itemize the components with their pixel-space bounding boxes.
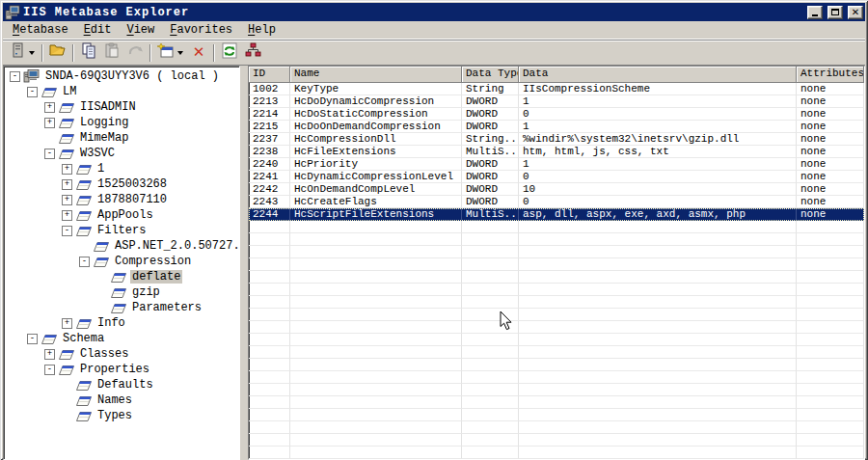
collapse-icon[interactable]: -: [62, 226, 72, 236]
key-icon: [93, 255, 110, 268]
column-header-attributes[interactable]: Attributes: [797, 67, 864, 83]
refresh-button[interactable]: [218, 42, 241, 64]
copy-button[interactable]: [77, 42, 100, 64]
expand-icon[interactable]: +: [62, 164, 72, 175]
menu-metabase[interactable]: Metabase: [5, 22, 76, 38]
tree-row: gzip: [6, 284, 239, 300]
close-icon: ✕: [852, 8, 859, 16]
collapse-icon[interactable]: -: [79, 257, 90, 267]
menu-view[interactable]: View: [119, 22, 162, 38]
collapse-icon[interactable]: -: [10, 71, 20, 82]
tree-item-info[interactable]: Info: [95, 316, 127, 330]
table-row-2214[interactable]: 2214HcDoStaticCompressionDWORD0none: [249, 108, 864, 121]
column-header-data_type[interactable]: Data Type: [462, 67, 519, 83]
empty-cell: [797, 421, 864, 434]
cell-name: HcDoOnDemandCompression: [290, 121, 462, 133]
column-header-name[interactable]: Name: [290, 67, 462, 83]
empty-cell: [249, 309, 290, 321]
view-hierarchy-button[interactable]: [241, 42, 264, 64]
toolbar-separator: [41, 44, 43, 62]
tree-item-snda-69q3uyy3v6-local[interactable]: SNDA-69Q3UYY3V6 ( local ): [43, 69, 221, 83]
tree-item-gzip[interactable]: gzip: [130, 285, 162, 299]
table-row-2238[interactable]: 2238HcFileExtensionsMultiS...htm, html, …: [249, 146, 864, 158]
delete-button[interactable]: ✕: [187, 42, 210, 64]
tree-item-compression[interactable]: Compression: [113, 255, 193, 268]
collapse-icon[interactable]: -: [44, 365, 55, 375]
expand-icon[interactable]: +: [62, 210, 72, 221]
expand-icon[interactable]: +: [44, 349, 55, 360]
paste-button[interactable]: [100, 42, 123, 64]
tree-item-apppools[interactable]: AppPools: [95, 208, 155, 222]
tree-item-schema[interactable]: Schema: [61, 332, 106, 345]
tree-item-1[interactable]: 1: [95, 162, 106, 176]
tree-item-1525003268[interactable]: 1525003268: [95, 177, 169, 191]
collapse-icon[interactable]: -: [27, 87, 38, 97]
connect-button[interactable]: [6, 42, 29, 64]
new-key-button[interactable]: [154, 42, 177, 64]
tree-item-filters[interactable]: Filters: [95, 224, 148, 237]
table-row-2244[interactable]: 2244HcScriptFileExtensionsMultiS...asp, …: [249, 208, 864, 221]
empty-cell: [519, 446, 797, 459]
tree-item-defaults[interactable]: Defaults: [95, 378, 155, 392]
open-button[interactable]: [46, 42, 69, 64]
table-row-2237[interactable]: 2237HcCompressionDllString...%windir%\sy…: [249, 133, 864, 146]
empty-cell: [797, 359, 864, 371]
title-bar[interactable]: IIS Metabase Explorer ✕: [3, 3, 865, 21]
expand-icon[interactable]: +: [62, 179, 72, 190]
maximize-button[interactable]: [827, 6, 843, 19]
empty-cell: [462, 421, 519, 434]
empty-row: [249, 434, 864, 446]
tree-row: Defaults: [6, 377, 239, 392]
expand-icon[interactable]: +: [44, 102, 55, 113]
cell-attributes: none: [797, 183, 864, 196]
close-button[interactable]: ✕: [848, 6, 863, 19]
collapse-icon[interactable]: -: [44, 149, 55, 159]
undo-button[interactable]: [123, 42, 147, 64]
expand-icon[interactable]: +: [62, 195, 72, 205]
tree-item-parameters[interactable]: Parameters: [130, 301, 203, 314]
tree-item-lm[interactable]: LM: [61, 85, 78, 98]
key-icon: [93, 239, 110, 253]
tree-item-names[interactable]: Names: [95, 393, 134, 407]
menu-help[interactable]: Help: [240, 22, 284, 38]
column-header-id[interactable]: ID: [249, 67, 290, 83]
empty-cell: [519, 284, 797, 296]
undo-icon: [127, 42, 144, 63]
tree-item-1878807110[interactable]: 1878807110: [95, 193, 169, 206]
menu-favorites[interactable]: Favorites: [162, 22, 240, 38]
connect-button-dropdown-arrow[interactable]: [29, 51, 35, 55]
tree-item-mimemap[interactable]: MimeMap: [78, 131, 130, 145]
key-icon: [110, 301, 127, 314]
expand-icon[interactable]: +: [44, 118, 55, 128]
new-key-button-dropdown-arrow[interactable]: [177, 51, 183, 55]
tree-item-logging[interactable]: Logging: [78, 116, 130, 129]
column-header-data[interactable]: Data: [519, 67, 797, 83]
tree-item-types[interactable]: Types: [95, 409, 134, 422]
menu-edit[interactable]: Edit: [76, 22, 120, 38]
cell-id: 2240: [249, 158, 290, 171]
table-row-1002[interactable]: 1002KeyTypeStringIIsCompressionSchemenon…: [249, 83, 864, 95]
empty-cell: [249, 221, 290, 233]
table-row-2240[interactable]: 2240HcPriorityDWORD1none: [249, 158, 864, 171]
tree-item-asp-net-2-0-50727-0[interactable]: ASP.NET_2.0.50727.0: [113, 239, 240, 253]
table-row-2243[interactable]: 2243HcCreateFlagsDWORD0none: [249, 196, 864, 208]
table-row-2242[interactable]: 2242HcOnDemandCompLevelDWORD10none: [249, 183, 864, 196]
collapse-icon[interactable]: -: [27, 334, 38, 344]
delete-icon: ✕: [193, 44, 205, 62]
panel-splitter[interactable]: [240, 66, 248, 460]
table-row-2241[interactable]: 2241HcDynamicCompressionLevelDWORD0none: [249, 171, 864, 183]
minimize-button[interactable]: [807, 6, 823, 19]
empty-cell: [797, 221, 864, 233]
expand-icon[interactable]: +: [62, 318, 72, 329]
tree-item-deflate[interactable]: deflate: [130, 270, 182, 284]
tree-item-iisadmin[interactable]: IISADMIN: [78, 100, 138, 114]
empty-cell: [519, 346, 797, 359]
tree-item-properties[interactable]: Properties: [78, 363, 151, 376]
tree-row: +AppPools: [6, 207, 239, 223]
table-row-2215[interactable]: 2215HcDoOnDemandCompressionDWORD1none: [249, 121, 864, 133]
tree-item-w3svc[interactable]: W3SVC: [78, 147, 117, 160]
empty-row: [249, 421, 864, 434]
tree-item-classes[interactable]: Classes: [78, 347, 130, 361]
empty-row: [249, 296, 864, 309]
table-row-2213[interactable]: 2213HcDoDynamicCompressionDWORD1none: [249, 95, 864, 108]
